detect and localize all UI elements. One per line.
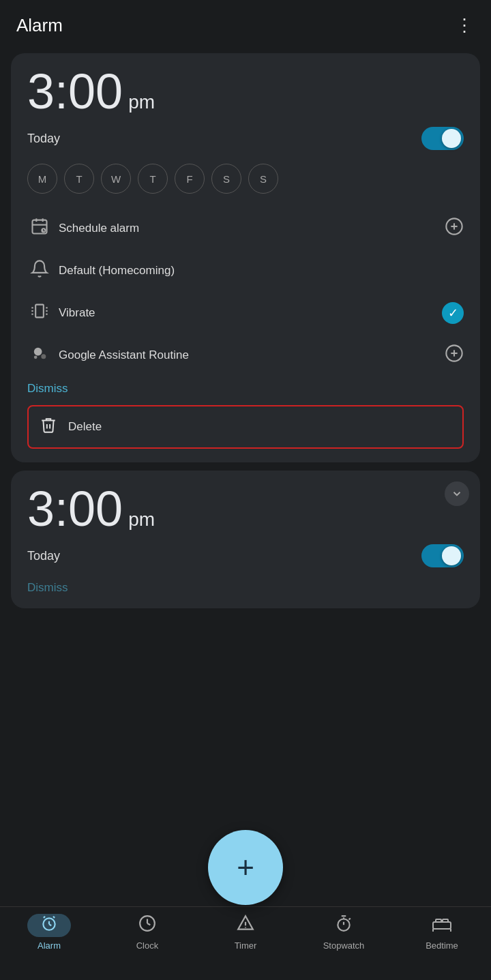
day-thursday[interactable]: T — [138, 164, 168, 194]
nav-item-clock[interactable]: Clock — [98, 914, 196, 951]
alarm2-today-row: Today — [27, 544, 464, 567]
collapse-button[interactable] — [445, 481, 469, 506]
toggle2-knob — [442, 546, 461, 565]
alarm-time-row: 3:00 pm — [27, 67, 464, 116]
alarm2-toggle[interactable] — [421, 544, 464, 567]
alarm2-time-row: 3:00 pm — [27, 484, 464, 533]
svg-point-17 — [34, 348, 42, 356]
nav-timer-wrap — [224, 914, 267, 937]
alarm-nav-icon — [40, 915, 58, 936]
stopwatch-nav-icon — [335, 915, 353, 936]
nav-stopwatch-wrap — [322, 914, 366, 937]
nav-item-bedtime[interactable]: Bedtime — [393, 914, 491, 951]
svg-line-25 — [49, 924, 51, 925]
vibrate-row[interactable]: Vibrate ✓ — [27, 292, 464, 334]
day-friday[interactable]: F — [175, 164, 205, 194]
alarm2-ampm-display: pm — [128, 509, 155, 531]
assistant-label: Google Assistant Routine — [59, 348, 445, 362]
svg-line-27 — [53, 917, 55, 918]
schedule-alarm-label: Schedule alarm — [59, 222, 445, 235]
top-bar: Alarm ⋮ — [0, 0, 491, 48]
svg-rect-10 — [35, 305, 44, 318]
svg-point-18 — [41, 354, 46, 359]
day-monday[interactable]: M — [27, 164, 57, 194]
alarm-card-2: 3:00 pm Today Dismiss — [11, 471, 480, 608]
timer-nav-icon — [237, 915, 254, 936]
day-saturday[interactable]: S — [211, 164, 241, 194]
scroll-area: 3:00 pm Today M T W T F S S — [0, 53, 491, 767]
svg-line-30 — [147, 923, 150, 925]
day-sunday[interactable]: S — [248, 164, 278, 194]
nav-bedtime-wrap — [420, 914, 464, 937]
svg-point-19 — [34, 356, 38, 359]
nav-stopwatch-label: Stopwatch — [323, 940, 365, 951]
vibrate-icon — [27, 301, 52, 325]
nav-clock-label: Clock — [136, 940, 159, 951]
alarm-today-row: Today — [27, 127, 464, 150]
alarm-toggle[interactable] — [421, 127, 464, 150]
clock-nav-icon — [138, 915, 156, 936]
alarm-ampm-display: pm — [128, 91, 155, 113]
nav-clock-wrap — [125, 914, 169, 937]
check-icon: ✓ — [448, 306, 458, 321]
delete-label: Delete — [68, 420, 102, 434]
delete-button[interactable]: Delete — [27, 405, 464, 449]
alarm-today-label: Today — [27, 132, 60, 146]
nav-item-stopwatch[interactable]: Stopwatch — [295, 914, 393, 951]
day-tuesday[interactable]: T — [64, 164, 94, 194]
vibrate-label: Vibrate — [59, 306, 442, 320]
alarm-card-1: 3:00 pm Today M T W T F S S — [11, 53, 480, 462]
ringtone-row[interactable]: Default (Homecoming) — [27, 250, 464, 292]
toggle-knob — [442, 129, 461, 148]
svg-rect-43 — [443, 919, 448, 922]
nav-alarm-label: Alarm — [38, 940, 61, 951]
bottom-nav: Alarm Clock Timer — [0, 906, 491, 980]
assistant-row[interactable]: Google Assistant Routine — [27, 334, 464, 376]
days-row: M T W T F S S — [27, 164, 464, 194]
svg-line-6 — [44, 231, 44, 231]
svg-rect-39 — [433, 922, 451, 929]
menu-button[interactable]: ⋮ — [456, 15, 475, 36]
ringtone-icon — [27, 259, 52, 282]
schedule-alarm-row[interactable]: Schedule alarm — [27, 207, 464, 250]
alarm2-dismiss[interactable]: Dismiss — [27, 581, 464, 595]
svg-rect-42 — [436, 919, 441, 922]
alarm2-today-label: Today — [27, 549, 60, 563]
assistant-icon — [27, 344, 52, 367]
svg-line-38 — [349, 918, 351, 919]
nav-item-timer[interactable]: Timer — [196, 914, 295, 951]
assistant-add-icon[interactable] — [445, 344, 464, 367]
bedtime-nav-icon — [432, 915, 451, 936]
alarm-time-display[interactable]: 3:00 — [27, 67, 123, 116]
ringtone-label: Default (Homecoming) — [59, 264, 464, 278]
day-wednesday[interactable]: W — [101, 164, 131, 194]
schedule-icon — [27, 217, 52, 240]
app-title: Alarm — [16, 15, 63, 36]
delete-icon — [40, 416, 57, 438]
alarm2-time-display[interactable]: 3:00 — [27, 484, 123, 533]
schedule-alarm-add-icon[interactable] — [445, 217, 464, 240]
svg-point-34 — [338, 919, 349, 931]
nav-timer-label: Timer — [235, 940, 257, 951]
nav-alarm-wrap — [27, 914, 71, 937]
nav-item-alarm[interactable]: Alarm — [0, 914, 98, 951]
svg-line-26 — [44, 917, 45, 918]
nav-bedtime-label: Bedtime — [426, 940, 458, 951]
dismiss-button[interactable]: Dismiss — [27, 376, 464, 398]
fab-plus-icon: + — [237, 852, 254, 882]
add-alarm-fab[interactable]: + — [208, 830, 283, 905]
vibrate-check[interactable]: ✓ — [442, 302, 464, 324]
